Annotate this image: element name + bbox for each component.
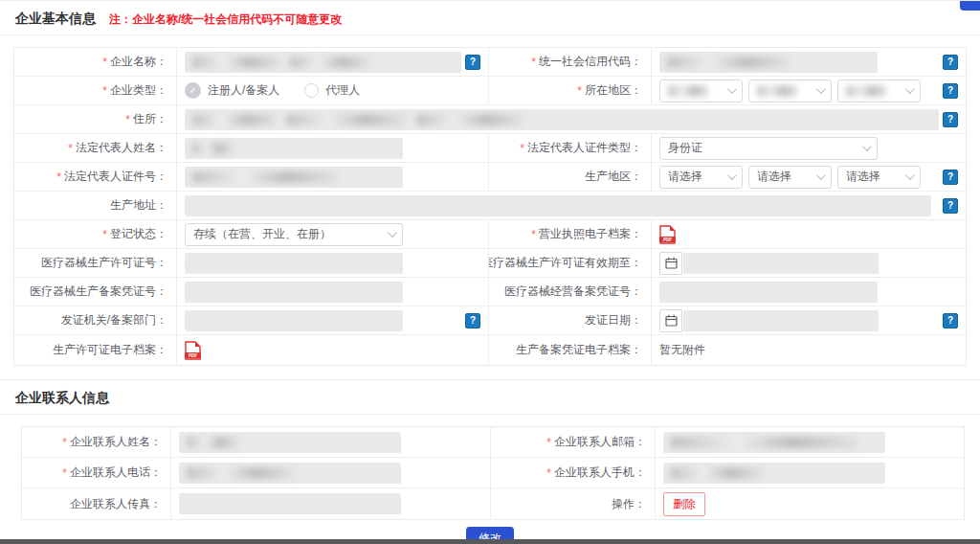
legal-cert-no-field: [177, 163, 489, 191]
redacted-value: [192, 171, 338, 183]
prod-region-province-select[interactable]: 请选择: [659, 166, 743, 189]
redacted-value: [192, 57, 280, 68]
calendar-icon[interactable]: [659, 309, 682, 332]
redacted-value: [290, 57, 370, 68]
redacted-value: [416, 114, 523, 125]
redacted-value: [668, 85, 708, 97]
partial-top-button[interactable]: [960, 1, 980, 11]
redacted-value: [671, 437, 858, 448]
region-province-select[interactable]: [659, 79, 743, 102]
pdf-file-icon[interactable]: PDF: [185, 341, 201, 360]
table-row: 生产地址： ?: [14, 192, 966, 220]
prod-license-no-field: [177, 249, 489, 277]
help-icon[interactable]: ?: [943, 198, 958, 214]
table-row: 医疗器械生产许可证号： 医疗器械生产许可证有效期至：: [14, 249, 966, 278]
divider: [0, 414, 980, 415]
prod-license-file-field: PDF: [177, 335, 489, 365]
contact-phone-label: * 企业联系人电话：: [22, 458, 171, 487]
redacted-value: [187, 437, 238, 448]
legal-cert-type-label: * 法定代表人证件类型：: [489, 134, 652, 162]
help-icon[interactable]: ?: [465, 313, 480, 329]
redacted-value: [757, 85, 797, 97]
contact-fax-field: [171, 488, 491, 519]
basic-info-header: 企业基本信息 注：企业名称/统一社会信用代码不可随意更改: [0, 1, 980, 34]
contact-info-header: 企业联系人信息: [0, 380, 980, 414]
prod-license-no-input: [185, 253, 403, 274]
contact-mobile-label: * 企业联系人手机：: [491, 458, 656, 487]
prod-license-expiry-field: [652, 249, 966, 277]
table-row: 生产许可证电子档案： PDF 生产备案凭证电子档案： 暂无附件: [14, 335, 966, 365]
radio-agent[interactable]: 代理人: [304, 82, 360, 99]
prod-license-file-label: 生产许可证电子档案：: [14, 335, 177, 365]
issue-org-field: ?: [177, 306, 489, 334]
license-file-label: * 营业执照电子档案：: [489, 220, 652, 248]
address-field: ?: [177, 105, 966, 133]
table-row: 医疗器械生产备案凭证号： 医疗器械经营备案凭证号：: [14, 278, 966, 306]
contact-email-label: * 企业联系人邮箱：: [491, 427, 656, 457]
reg-status-select[interactable]: 存续（在营、开业、在册）: [185, 223, 403, 246]
contact-phone-input: [179, 463, 401, 484]
legal-cert-type-select[interactable]: 身份证: [659, 137, 878, 160]
contact-fax-input: [179, 493, 401, 514]
pdf-file-icon[interactable]: PDF: [659, 225, 676, 244]
help-icon[interactable]: ?: [943, 55, 958, 70]
action-field: 删除: [656, 488, 964, 519]
prod-record-file-field: 暂无附件: [652, 335, 966, 365]
table-row: * 住所： ?: [14, 105, 966, 134]
production-address-field: ?: [177, 192, 966, 219]
credit-code-input: [659, 52, 878, 73]
biz-record-no-label: 医疗器械经营备案凭证号：: [489, 278, 652, 306]
contact-info-table: * 企业联系人姓名： * 企业联系人邮箱： * 企业联系人电: [21, 426, 965, 520]
prod-license-expiry-label: 医疗器械生产许可证有效期至：: [489, 249, 652, 277]
address-label: * 住所：: [14, 105, 177, 133]
region-district-select[interactable]: [837, 79, 921, 102]
help-icon[interactable]: ?: [943, 112, 958, 127]
contact-mobile-input: [663, 463, 885, 484]
help-icon[interactable]: ?: [943, 313, 958, 329]
company-name-label: * 企业名称：: [14, 48, 177, 76]
production-address-input: [185, 195, 931, 216]
production-region-label: 生产地区：: [489, 163, 652, 191]
contact-email-field: [656, 427, 964, 457]
calendar-icon[interactable]: [659, 252, 682, 275]
issue-date-field: ?: [652, 306, 966, 334]
issue-date-label: 发证日期：: [489, 306, 652, 334]
production-address-label: 生产地址：: [14, 192, 177, 219]
region-label: * 所在地区：: [489, 77, 652, 104]
company-name-field: ?: [177, 48, 489, 76]
contact-name-input: [179, 432, 401, 453]
help-icon[interactable]: ?: [943, 83, 958, 99]
prod-region-city-select[interactable]: 请选择: [748, 166, 832, 189]
contact-phone-field: [171, 458, 491, 487]
license-file-field: PDF: [652, 220, 966, 248]
contact-email-input: [663, 432, 885, 453]
prod-record-no-field: [177, 278, 489, 306]
delete-button[interactable]: 删除: [663, 492, 705, 516]
chevron-down-icon: [816, 84, 826, 94]
help-icon[interactable]: ?: [943, 170, 958, 185]
legal-name-input: [185, 138, 403, 159]
biz-record-no-input: [659, 282, 878, 303]
region-city-select[interactable]: [748, 79, 832, 102]
table-row: * 登记状态： 存续（在营、开业、在册） * 营业执照电子档案：: [14, 220, 966, 249]
address-input: [185, 109, 939, 130]
table-row: * 法定代表人证件号： 生产地区： 请选择 请选择: [14, 163, 966, 192]
reg-status-label: * 登记状态：: [14, 220, 177, 248]
radio-registrant[interactable]: ✓ 注册人/备案人: [185, 82, 279, 99]
prod-region-district-select[interactable]: 请选择: [837, 166, 921, 189]
prod-record-no-input: [185, 282, 403, 303]
region-field: ?: [652, 77, 966, 104]
company-type-label: * 企业类型：: [14, 77, 177, 104]
prod-license-expiry-input: [683, 253, 879, 274]
help-icon[interactable]: ?: [465, 55, 480, 70]
chevron-down-icon: [905, 170, 915, 180]
chevron-down-icon: [388, 228, 397, 238]
legal-cert-no-input: [185, 167, 403, 188]
chevron-down-icon: [862, 142, 872, 151]
basic-info-table: * 企业名称： ? * 统一社会信用代码： ?: [13, 47, 967, 366]
section-title: 企业基本信息: [15, 11, 96, 28]
contact-name-label: * 企业联系人姓名：: [22, 427, 171, 457]
chevron-down-icon: [727, 84, 737, 94]
action-label: 操作：: [491, 488, 656, 519]
section-note: 注：企业名称/统一社会信用代码不可随意更改: [109, 11, 342, 28]
